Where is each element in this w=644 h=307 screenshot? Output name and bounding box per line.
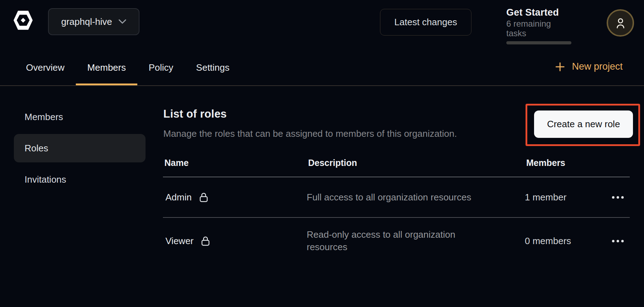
- user-avatar[interactable]: [607, 9, 634, 37]
- row-menu-button[interactable]: [611, 193, 625, 201]
- get-started-widget[interactable]: Get Started 6 remaining tasks: [506, 7, 571, 44]
- role-name: Viewer: [165, 236, 194, 247]
- column-header-description: Description: [307, 158, 525, 168]
- plus-icon: [555, 62, 565, 72]
- table-row-viewer: Viewer Read-only access to all organizat…: [163, 218, 630, 264]
- ellipsis-icon: [612, 240, 614, 242]
- get-started-title: Get Started: [506, 7, 571, 18]
- column-header-name: Name: [163, 158, 307, 168]
- org-selector-button[interactable]: graphql-hive: [48, 8, 139, 35]
- roles-table: Name Description Members Admin Full acce…: [163, 149, 630, 264]
- page-subtitle: Manage the roles that can be assigned to…: [163, 128, 457, 139]
- role-name: Admin: [165, 192, 192, 203]
- ellipsis-icon: [612, 196, 614, 199]
- tab-overview[interactable]: Overview: [15, 62, 76, 85]
- row-menu-button[interactable]: [611, 237, 625, 245]
- tab-bar: Overview Members Policy Settings: [0, 43, 644, 86]
- active-tab-underline: [76, 84, 137, 85]
- page-title: List of roles: [163, 108, 227, 120]
- sidebar-item-invitations[interactable]: Invitations: [14, 165, 146, 194]
- role-description: Full access to all organization resource…: [307, 191, 481, 204]
- person-icon: [614, 16, 627, 30]
- org-selector-label: graphql-hive: [61, 16, 112, 27]
- tab-members[interactable]: Members: [76, 62, 137, 85]
- role-description: Read-only access to all organization res…: [307, 228, 481, 253]
- sidebar-item-members[interactable]: Members: [14, 103, 146, 131]
- new-project-label: New project: [572, 61, 623, 72]
- role-member-count: 1 member: [525, 192, 607, 203]
- table-row-admin: Admin Full access to all organization re…: [163, 177, 630, 217]
- chevron-down-icon: [118, 19, 126, 24]
- lock-icon: [199, 192, 208, 203]
- table-header-row: Name Description Members: [163, 149, 630, 177]
- new-project-button[interactable]: New project: [555, 61, 623, 72]
- role-member-count: 0 members: [525, 236, 607, 247]
- create-new-role-button[interactable]: Create a new role: [534, 111, 633, 138]
- tab-settings[interactable]: Settings: [185, 62, 241, 85]
- lock-icon: [201, 236, 210, 246]
- hive-logo-icon[interactable]: [11, 9, 35, 32]
- column-header-members: Members: [525, 158, 607, 168]
- latest-changes-button[interactable]: Latest changes: [380, 9, 471, 36]
- sidebar-item-roles[interactable]: Roles: [14, 134, 146, 162]
- tab-policy[interactable]: Policy: [137, 62, 185, 85]
- get-started-remaining-tasks: 6 remaining tasks: [506, 19, 571, 38]
